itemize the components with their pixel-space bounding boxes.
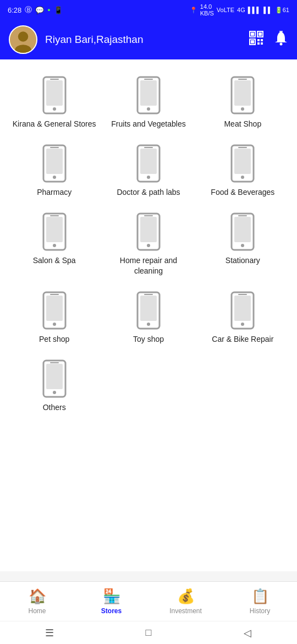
phone-icon-petshop xyxy=(39,291,70,330)
category-label-toyshop: Toy shop xyxy=(133,334,164,344)
status-4g: 4G xyxy=(237,7,245,13)
nav-item-history[interactable]: 📋 History xyxy=(223,583,297,619)
svg-rect-57 xyxy=(144,294,153,295)
category-item-fruits[interactable]: Fruits and Vegetables xyxy=(103,70,194,133)
category-item-stationary[interactable]: Stationary xyxy=(197,207,288,280)
svg-rect-24 xyxy=(234,80,251,106)
svg-rect-11 xyxy=(257,42,260,45)
svg-point-18 xyxy=(53,107,56,111)
svg-point-13 xyxy=(280,43,283,46)
svg-point-26 xyxy=(241,107,244,111)
svg-point-62 xyxy=(241,323,244,326)
category-item-salon[interactable]: Salon & Spa xyxy=(9,207,100,280)
svg-rect-9 xyxy=(257,39,260,41)
phone-icon-meat xyxy=(227,76,258,114)
svg-rect-64 xyxy=(46,364,63,389)
status-signal: ▌▌▌ xyxy=(248,7,261,13)
content-area: Kirana & General Stores Fruits and Veget… xyxy=(0,59,297,571)
status-location-icon: 📍 xyxy=(190,7,197,14)
nav-label-home: Home xyxy=(28,607,46,615)
svg-rect-6 xyxy=(258,32,262,36)
phone-icon-homerepair xyxy=(133,212,164,251)
svg-rect-32 xyxy=(140,149,157,174)
home-icon: 🏠 xyxy=(29,588,46,605)
category-label-salon: Salon & Spa xyxy=(33,255,76,265)
svg-rect-20 xyxy=(140,80,157,106)
bell-icon[interactable] xyxy=(274,30,288,49)
svg-rect-48 xyxy=(234,217,251,242)
category-item-kirana[interactable]: Kirana & General Stores xyxy=(9,70,100,133)
svg-point-1 xyxy=(18,31,28,41)
category-item-doctor[interactable]: Doctor & path labs xyxy=(103,139,194,201)
nav-label-investment: Investment xyxy=(169,607,202,615)
phone-icon-doctor xyxy=(133,144,164,183)
category-item-petshop[interactable]: Pet shop xyxy=(9,286,100,348)
nav-item-home[interactable]: 🏠 Home xyxy=(0,583,74,619)
svg-rect-16 xyxy=(46,80,63,106)
status-right: 📍 14.0KB/S VoLTE 4G ▌▌▌ ▌▌ 🔋61 xyxy=(190,3,289,17)
android-back-button[interactable]: ◁ xyxy=(237,622,258,644)
nav-item-stores[interactable]: 🏪 Stores xyxy=(74,583,148,619)
status-icon-wa: 📱 xyxy=(54,6,63,14)
nav-label-stores: Stores xyxy=(101,607,122,615)
category-item-carbike[interactable]: Car & Bike Repair xyxy=(197,286,288,348)
status-icon-b: Ⓑ xyxy=(25,5,32,15)
phone-icon-pharmacy xyxy=(39,144,70,183)
header-icons xyxy=(249,30,288,49)
nav-label-history: History xyxy=(250,607,270,615)
svg-point-38 xyxy=(241,176,244,179)
svg-rect-52 xyxy=(46,296,63,321)
status-signal2: ▌▌ xyxy=(263,7,272,13)
svg-rect-10 xyxy=(261,39,263,41)
status-speed: 14.0KB/S xyxy=(200,3,214,17)
category-label-petshop: Pet shop xyxy=(39,334,69,344)
svg-point-50 xyxy=(241,244,244,247)
svg-rect-49 xyxy=(238,215,247,216)
category-label-stationary: Stationary xyxy=(226,255,260,265)
category-label-carbike: Car & Bike Repair xyxy=(212,334,273,344)
svg-point-30 xyxy=(53,176,56,179)
category-item-others[interactable]: Others xyxy=(9,354,100,417)
category-item-toyshop[interactable]: Toy shop xyxy=(103,286,194,348)
svg-rect-12 xyxy=(261,42,263,45)
investment-icon: 💰 xyxy=(177,588,195,605)
android-nav-bar: ☰ □ ◁ xyxy=(0,621,297,644)
svg-rect-61 xyxy=(238,294,247,295)
app-header: Riyan Bari,Rajasthan xyxy=(0,20,297,59)
svg-rect-44 xyxy=(140,217,157,242)
qr-icon[interactable] xyxy=(249,30,264,49)
category-item-food[interactable]: Food & Beverages xyxy=(197,139,288,201)
phone-icon-toyshop xyxy=(133,291,164,330)
svg-rect-21 xyxy=(144,79,153,80)
category-label-pharmacy: Pharmacy xyxy=(37,187,72,197)
svg-rect-56 xyxy=(140,296,157,321)
category-label-doctor: Doctor & path labs xyxy=(117,187,180,197)
phone-icon-salon xyxy=(39,212,70,251)
category-label-meat: Meat Shop xyxy=(224,119,261,129)
category-label-homerepair: Home repair and cleaning xyxy=(105,255,191,275)
nav-item-investment[interactable]: 💰 Investment xyxy=(148,583,223,619)
phone-icon-food xyxy=(227,144,258,183)
category-item-homerepair[interactable]: Home repair and cleaning xyxy=(103,207,194,280)
svg-rect-65 xyxy=(50,362,59,363)
status-icon-dot: ● xyxy=(47,7,50,13)
avatar[interactable] xyxy=(9,25,37,54)
android-home-button[interactable]: □ xyxy=(138,622,160,644)
category-label-food: Food & Beverages xyxy=(211,187,274,197)
status-bar: 6:28 Ⓑ 💬 ● 📱 📍 14.0KB/S VoLTE 4G ▌▌▌ ▌▌ … xyxy=(0,0,297,20)
android-menu-button[interactable]: ☰ xyxy=(38,622,61,644)
history-icon: 📋 xyxy=(251,588,269,605)
category-item-meat[interactable]: Meat Shop xyxy=(197,70,288,133)
svg-rect-36 xyxy=(234,149,251,174)
svg-point-22 xyxy=(147,107,150,111)
svg-rect-25 xyxy=(238,79,247,80)
svg-point-34 xyxy=(147,176,150,179)
svg-rect-40 xyxy=(46,217,63,242)
category-grid: Kirana & General Stores Fruits and Veget… xyxy=(6,70,292,417)
svg-point-54 xyxy=(53,323,56,326)
svg-point-46 xyxy=(147,244,150,247)
svg-rect-41 xyxy=(50,215,59,216)
category-item-pharmacy[interactable]: Pharmacy xyxy=(9,139,100,201)
phone-icon-stationary xyxy=(227,212,258,251)
header-title: Riyan Bari,Rajasthan xyxy=(45,34,241,46)
